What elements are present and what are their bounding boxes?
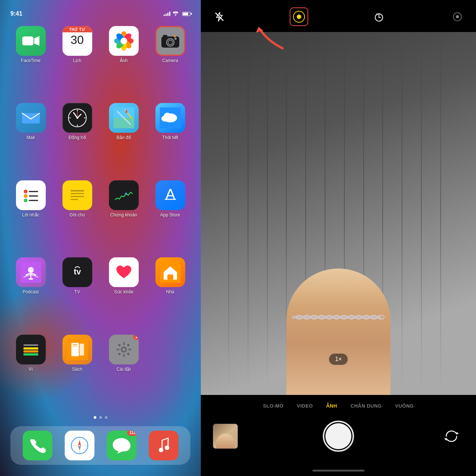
camera-icon: [155, 26, 185, 56]
camera-bottom-controls: [201, 415, 476, 467]
svg-rect-66: [73, 344, 77, 345]
svg-point-48: [125, 193, 127, 195]
app-maps[interactable]: Bản đồ: [102, 103, 145, 174]
app-health[interactable]: Sức khỏe: [102, 257, 145, 328]
dock-phone[interactable]: [18, 431, 57, 460]
camera-settings-button[interactable]: [449, 9, 466, 25]
app-appletv[interactable]: tv TV: [55, 257, 99, 328]
mode-video[interactable]: VIDEO: [290, 401, 319, 411]
app-facetime[interactable]: FaceTime: [9, 26, 52, 97]
home-app-label: Nhà: [166, 289, 174, 295]
weather-label: Thời tiết: [162, 135, 178, 140]
app-podcast[interactable]: Podcast: [9, 257, 52, 328]
dock-messages[interactable]: 112: [102, 431, 141, 460]
app-books[interactable]: Sách: [55, 335, 99, 406]
books-label: Sách: [72, 367, 82, 372]
app-stocks[interactable]: Chứng khoán: [102, 180, 145, 251]
home-app-icon: [155, 257, 185, 287]
reminders-icon: [16, 180, 46, 210]
svg-rect-63: [23, 344, 38, 346]
maps-label: Bản đồ: [116, 135, 131, 140]
app-wallet[interactable]: Ví: [9, 335, 52, 406]
mode-slomo[interactable]: SLO-MO: [256, 401, 290, 411]
mode-square[interactable]: VUÔNG: [389, 401, 421, 411]
svg-rect-72: [123, 342, 125, 345]
dock: 112: [10, 426, 190, 465]
svg-rect-58: [167, 274, 173, 280]
clock-icon: [62, 103, 92, 133]
calendar-day: 30: [71, 34, 84, 46]
svg-point-35: [24, 190, 28, 193]
photo-thumbnail[interactable]: [213, 424, 238, 449]
zoom-value: 1×: [335, 356, 342, 362]
facetime-icon: [16, 26, 46, 56]
wifi-icon: [173, 12, 178, 16]
appletv-icon: tv: [62, 257, 92, 287]
svg-point-16: [174, 36, 176, 38]
shutter-button[interactable]: [323, 421, 354, 452]
appletv-label: TV: [74, 289, 80, 295]
svg-rect-60: [23, 347, 38, 350]
svg-rect-34: [20, 185, 41, 206]
svg-rect-42: [71, 190, 84, 192]
svg-rect-68: [80, 344, 84, 356]
calendar-weekday: THỨ TƯ: [62, 26, 92, 32]
svg-rect-41: [67, 185, 88, 206]
svg-rect-45: [71, 199, 78, 200]
wallet-label: Ví: [29, 367, 33, 372]
flash-button[interactable]: [211, 9, 228, 25]
app-mail[interactable]: Mail: [9, 103, 52, 174]
svg-rect-12: [163, 35, 167, 37]
calendar-label: Lịch: [73, 58, 81, 63]
svg-rect-53: [29, 278, 33, 280]
photos-icon: [109, 26, 139, 56]
facetime-label: FaceTime: [21, 58, 41, 63]
svg-point-33: [161, 116, 169, 122]
zoom-indicator[interactable]: 1×: [329, 353, 348, 365]
mode-photo[interactable]: ẢNH: [319, 401, 344, 411]
mail-icon: [16, 103, 46, 133]
wallet-icon: [16, 335, 46, 364]
svg-rect-62: [23, 353, 38, 356]
dock-music[interactable]: [144, 431, 183, 460]
app-weather[interactable]: Thời tiết: [148, 103, 192, 174]
empty-slot: [155, 335, 185, 364]
live-dot: [297, 15, 301, 19]
svg-rect-61: [23, 350, 38, 353]
live-photo-button[interactable]: [290, 7, 308, 26]
app-photos[interactable]: Ảnh: [102, 26, 145, 97]
svg-text:A: A: [165, 186, 175, 202]
app-notes[interactable]: Ghi chú: [55, 180, 99, 251]
svg-rect-43: [71, 193, 84, 194]
svg-point-51: [28, 267, 34, 273]
mode-portrait[interactable]: CHÂN DUNG: [344, 401, 389, 411]
svg-point-37: [24, 199, 28, 202]
health-label: Sức khỏe: [114, 289, 134, 295]
svg-rect-46: [113, 188, 134, 203]
app-home[interactable]: Nhà: [148, 257, 192, 328]
stocks-label: Chứng khoán: [110, 212, 137, 218]
app-reminders[interactable]: Lời nhắc: [9, 180, 52, 251]
settings-label: Cài đặt: [116, 367, 131, 372]
podcast-icon: [16, 257, 46, 287]
app-calendar[interactable]: THỨ TƯ 30 Lịch: [55, 26, 99, 97]
app-settings[interactable]: 2 Cài đặt: [102, 335, 145, 406]
battery-icon: [182, 12, 190, 16]
svg-point-15: [174, 38, 177, 40]
app-clock[interactable]: Đồng hồ: [55, 103, 99, 174]
home-indicator: [201, 467, 476, 476]
svg-point-26: [76, 117, 78, 119]
clock-label: Đồng hồ: [68, 135, 86, 140]
status-time: 9:41: [10, 10, 22, 17]
app-camera[interactable]: Camera: [148, 26, 192, 97]
svg-point-71: [122, 348, 125, 351]
home-bar: [312, 470, 364, 472]
app-appstore[interactable]: A App Store: [148, 180, 192, 251]
live-photo-icon: [293, 11, 305, 23]
weather-icon: [155, 103, 185, 133]
reminders-label: Lời nhắc: [22, 212, 39, 218]
timer-button[interactable]: [371, 9, 387, 25]
phone-icon: [23, 431, 52, 460]
dock-safari[interactable]: [60, 431, 99, 460]
flip-camera-button[interactable]: [439, 424, 464, 449]
